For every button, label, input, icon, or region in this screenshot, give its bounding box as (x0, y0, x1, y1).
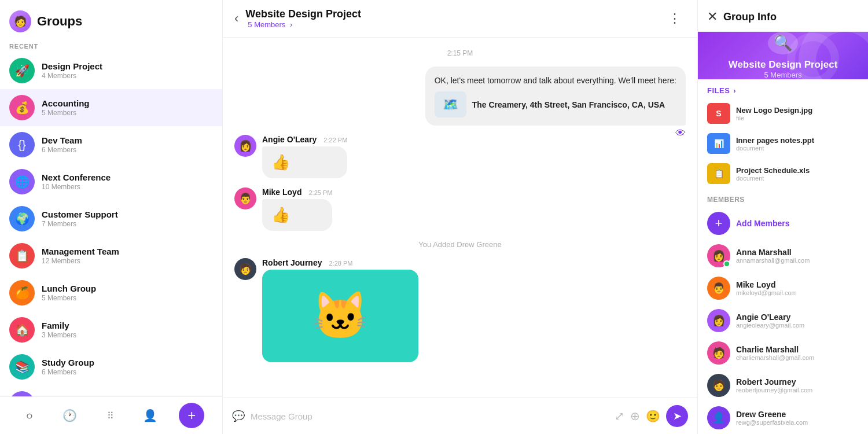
group-item-next-conference[interactable]: 🌐 Next Conference 10 Members (0, 163, 222, 200)
file-thumb-file2: 📊 (707, 133, 730, 154)
group-members-study-group: 6 Members (42, 368, 213, 376)
message-content-mike: Mike Loyd 2:25 PM 👍 (262, 187, 332, 231)
group-item-study-group[interactable]: 📚 Study Group 6 Members (0, 348, 222, 385)
group-info-accounting: Accounting 5 Members (42, 98, 213, 117)
group-item-family[interactable]: 🏠 Family 3 Members (0, 311, 222, 348)
group-name-study-group: Study Group (42, 358, 213, 367)
send-button[interactable]: ➤ (666, 405, 688, 427)
message-emoji-angie: 👍 (271, 153, 290, 171)
file-thumb-file1: S (707, 103, 730, 124)
chat-area: ‹ Website Design Project 5 Members › ⋮ 2… (223, 0, 697, 434)
member-info-charlie: Charlie Marshall charliemarshall@gmail.c… (736, 345, 859, 361)
group-icon-customer-support: 🌍 (9, 206, 35, 231)
member-info-mike: Mike Loyd mikeloyd@gmail.com (736, 280, 859, 296)
message-bubble-angie: 👍 (262, 146, 347, 178)
member-email-anna: annamarshall@gmail.com (736, 257, 859, 264)
file-item-file2[interactable]: 📊 Inner pages notes.ppt document (698, 128, 868, 159)
group-name-management-team: Management Team (42, 247, 213, 256)
message-image-robert: 🐱 (262, 270, 418, 362)
file-name-file2: Inner pages notes.ppt (736, 136, 859, 145)
group-icon-study-group: 📚 (9, 354, 35, 380)
file-item-file3[interactable]: 📋 Project Schedule.xls document (698, 159, 868, 189)
group-item-customer-support[interactable]: 🌍 Customer Support 7 Members (0, 200, 222, 237)
group-item-dev-team[interactable]: {} Dev Team 6 Members (0, 126, 222, 163)
message-left-robert: 🧑 Robert Journey 2:28 PM 🐱 (234, 258, 686, 362)
group-item-accounting[interactable]: 💰 Accounting 5 Members (0, 89, 222, 126)
group-members-lunch-group: 5 Members (42, 294, 213, 302)
group-name-family: Family (42, 321, 213, 330)
group-name-lunch-group: Lunch Group (42, 284, 213, 293)
sender-name-mike: Mike Loyd (262, 187, 301, 197)
group-icon-freelance-project: ⚙️ (9, 391, 35, 396)
sender-name-angie: Angie O'Leary (262, 135, 317, 144)
members-section-label: MEMBERS (698, 189, 868, 207)
chat-subtitle[interactable]: 5 Members › (245, 20, 657, 29)
add-member-row[interactable]: + Add Members (698, 207, 868, 240)
member-row-drew[interactable]: 👤 Drew Greene rewg@superfastxela.com (698, 402, 868, 434)
member-name-drew: Drew Greene (736, 410, 859, 419)
banner-circle-2 (787, 33, 839, 79)
member-email-mike: mikeloyd@gmail.com (736, 289, 859, 296)
group-item-freelance-project[interactable]: ⚙️ Freelance Project 4 Members (0, 385, 222, 396)
history-icon[interactable]: 🕐 (58, 404, 81, 427)
message-input[interactable] (251, 407, 609, 426)
panel-close-button[interactable]: ✕ (707, 9, 718, 24)
group-members-management-team: 12 Members (42, 257, 213, 265)
group-name-accounting: Accounting (42, 98, 213, 108)
member-name-robert: Robert Journey (736, 377, 859, 387)
group-name-next-conference: Next Conference (42, 172, 213, 182)
groups-icon[interactable]: ⠿ (98, 404, 122, 427)
member-info-angie: Angie O'Leary angieoleary@gmail.com (736, 312, 859, 329)
chat-title: Website Design Project (245, 8, 657, 20)
member-row-charlie[interactable]: 🧑 Charlie Marshall charliemarshall@gmail… (698, 337, 868, 369)
panel-header: ✕ Group Info (698, 0, 868, 32)
group-item-lunch-group[interactable]: 🍊 Lunch Group 5 Members (0, 274, 222, 311)
group-icon-next-conference: 🌐 (9, 169, 35, 194)
message-bubble-mike: 👍 (262, 199, 332, 231)
chat-icon[interactable]: ○ (18, 404, 41, 427)
back-button[interactable]: ‹ (234, 11, 238, 26)
group-icon-accounting: 💰 (9, 95, 35, 120)
files-section-label[interactable]: FILES › (698, 79, 868, 98)
cat-image: 🐱 (311, 289, 369, 343)
file-item-file1[interactable]: S New Logo Design.jpg file (698, 98, 868, 128)
message-left-mike: 👨 Mike Loyd 2:25 PM 👍 (234, 187, 686, 231)
chat-menu-button[interactable]: ⋮ (664, 9, 686, 28)
member-row-robert[interactable]: 🧑 Robert Journey reobertjourney@gmail.co… (698, 369, 868, 402)
members-list: 👩 Anna Marshall annamarshall@gmail.com 👨… (698, 240, 868, 434)
group-item-management-team[interactable]: 📋 Management Team 12 Members (0, 237, 222, 274)
group-info-study-group: Study Group 6 Members (42, 358, 213, 376)
expand-icon[interactable]: ⤢ (615, 409, 624, 423)
system-message: You Added Drew Greene (234, 240, 686, 249)
group-info-customer-support: Customer Support 7 Members (42, 209, 213, 228)
seen-icon: 👁 (675, 127, 686, 139)
member-info-drew: Drew Greene rewg@superfastxela.com (736, 410, 859, 426)
member-email-drew: rewg@superfastxela.com (736, 419, 859, 426)
group-members-design-project: 4 Members (42, 72, 213, 80)
group-list: 🚀 Design Project 4 Members 💰 Accounting … (0, 52, 222, 396)
member-avatar-robert: 🧑 (707, 374, 730, 397)
group-icon-family: 🏠 (9, 317, 35, 343)
file-type-file3: document (736, 175, 859, 182)
member-row-mike[interactable]: 👨 Mike Loyd mikeloyd@gmail.com (698, 272, 868, 304)
member-name-angie: Angie O'Leary (736, 312, 859, 322)
add-member-button[interactable]: + (707, 212, 730, 235)
contacts-icon[interactable]: 👤 (139, 404, 162, 427)
emoji-icon[interactable]: 🙂 (646, 409, 660, 423)
group-icon-lunch-group: 🍊 (9, 280, 35, 306)
mic-icon: 💬 (232, 410, 245, 422)
member-info-robert: Robert Journey reobertjourney@gmail.com (736, 377, 859, 393)
member-row-angie[interactable]: 👩 Angie O'Leary angieoleary@gmail.com (698, 304, 868, 337)
group-item-design-project[interactable]: 🚀 Design Project 4 Members (0, 52, 222, 89)
member-avatar-angie: 👩 (707, 309, 730, 332)
group-members-dev-team: 6 Members (42, 146, 213, 154)
member-row-anna[interactable]: 👩 Anna Marshall annamarshall@gmail.com (698, 240, 868, 272)
user-avatar: 🧑 (9, 10, 31, 32)
group-info-dev-team: Dev Team 6 Members (42, 135, 213, 154)
group-icon-design-project: 🚀 (9, 58, 35, 83)
group-members-family: 3 Members (42, 331, 213, 339)
file-type-file1: file (736, 115, 859, 122)
message-location: The Creamery, 4th Street, San Francisco,… (472, 100, 665, 109)
add-button[interactable]: + (179, 403, 204, 428)
add-attachment-icon[interactable]: ⊕ (630, 409, 640, 423)
